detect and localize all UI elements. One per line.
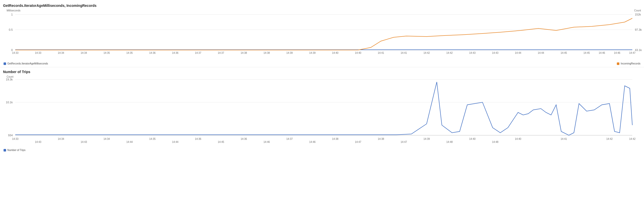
svg-text:14:44: 14:44 (172, 141, 178, 143)
legend-trips-dot (4, 149, 6, 152)
svg-text:14:42: 14:42 (629, 138, 635, 140)
svg-text:14:45: 14:45 (218, 141, 224, 143)
svg-text:152k: 152k (635, 13, 641, 16)
legend-trips-label: Number of Trips (7, 149, 25, 152)
svg-text:14:43: 14:43 (80, 141, 87, 143)
svg-text:14:45: 14:45 (560, 52, 567, 54)
legend-iterator-label: GetRecords.IteratorAgeMilliseconds (7, 62, 48, 65)
legend-trips: Number of Trips (4, 149, 25, 152)
svg-text:14:35: 14:35 (149, 138, 155, 140)
svg-text:14:42: 14:42 (606, 138, 613, 140)
svg-text:14:47: 14:47 (400, 141, 407, 143)
svg-text:14:46: 14:46 (599, 52, 605, 54)
svg-text:0: 0 (11, 48, 13, 52)
svg-text:14:41: 14:41 (400, 52, 407, 54)
svg-text:14:38: 14:38 (240, 52, 247, 54)
legend-incoming-dot (617, 62, 619, 65)
svg-text:14:44: 14:44 (126, 141, 133, 143)
chart1-title: GetRecords.IteratorAgeMilliseconds, Inco… (0, 2, 644, 8)
chart2-legend: Number of Trips (0, 148, 644, 153)
chart1-legend: GetRecords.IteratorAgeMilliseconds Incom… (0, 61, 644, 66)
svg-text:14:38: 14:38 (263, 52, 270, 54)
svg-text:14:34: 14:34 (80, 52, 87, 54)
svg-text:14:36: 14:36 (172, 52, 178, 54)
svg-text:14:38: 14:38 (378, 138, 384, 140)
svg-text:14:40: 14:40 (515, 138, 521, 140)
svg-text:14:38: 14:38 (332, 138, 338, 140)
svg-text:14:44: 14:44 (515, 52, 521, 54)
svg-text:14:41: 14:41 (560, 138, 567, 140)
svg-text:43.1k: 43.1k (635, 48, 642, 52)
svg-text:14:35: 14:35 (103, 52, 110, 54)
chart2-section: Number of Trips Count 19.3k 10.1k 934 14… (0, 68, 644, 153)
svg-text:14:45: 14:45 (583, 52, 590, 54)
svg-text:14:40: 14:40 (332, 52, 338, 54)
svg-text:14:34: 14:34 (58, 52, 64, 54)
svg-text:14:36: 14:36 (195, 138, 201, 140)
svg-text:14:46: 14:46 (263, 141, 270, 143)
svg-text:14:36: 14:36 (240, 138, 247, 140)
svg-text:14:46: 14:46 (309, 141, 315, 143)
svg-text:14:36: 14:36 (149, 52, 155, 54)
svg-text:14:42: 14:42 (446, 52, 453, 54)
svg-text:14:34: 14:34 (58, 138, 64, 140)
svg-text:10.1k: 10.1k (6, 101, 13, 104)
chart2-title: Number of Trips (0, 68, 644, 74)
svg-text:14:48: 14:48 (446, 141, 453, 143)
chart1-svg: 1 0.5 0 152k 97.3k 43.1k 14:33 14:33 14:… (0, 8, 644, 61)
legend-iterator: GetRecords.IteratorAgeMilliseconds (4, 62, 48, 65)
svg-text:14:37: 14:37 (195, 52, 201, 54)
svg-text:14:40: 14:40 (469, 138, 475, 140)
svg-text:14:46: 14:46 (614, 52, 620, 54)
svg-text:19.3k: 19.3k (6, 78, 13, 81)
chart1-section: GetRecords.IteratorAgeMilliseconds, Inco… (0, 2, 644, 66)
svg-text:14:33: 14:33 (12, 138, 18, 140)
svg-text:14:35: 14:35 (126, 52, 133, 54)
svg-text:14:37: 14:37 (218, 52, 224, 54)
svg-text:14:47: 14:47 (355, 141, 361, 143)
svg-text:14:37: 14:37 (286, 138, 293, 140)
chart2-svg: 19.3k 10.1k 934 14:33 14:34 14:34 14:35 … (0, 74, 644, 148)
svg-text:14:42: 14:42 (423, 52, 430, 54)
svg-text:14:43: 14:43 (469, 52, 475, 54)
svg-text:14:39: 14:39 (286, 52, 293, 54)
svg-text:0.5: 0.5 (9, 28, 13, 31)
svg-text:14:44: 14:44 (538, 52, 544, 54)
svg-text:1: 1 (11, 13, 13, 16)
svg-text:97.3k: 97.3k (635, 28, 642, 31)
svg-text:14:33: 14:33 (12, 52, 18, 54)
legend-incoming-label: IncomingRecords (621, 62, 640, 65)
svg-text:14:40: 14:40 (355, 52, 361, 54)
svg-text:14:43: 14:43 (35, 141, 41, 143)
svg-text:14:41: 14:41 (378, 52, 384, 54)
svg-text:934: 934 (8, 134, 13, 137)
svg-text:14:43: 14:43 (492, 52, 498, 54)
svg-text:14:33: 14:33 (35, 52, 41, 54)
svg-text:14:39: 14:39 (423, 138, 430, 140)
legend-incoming: IncomingRecords (617, 62, 640, 65)
svg-text:14:39: 14:39 (309, 52, 315, 54)
legend-iterator-dot (4, 62, 6, 65)
svg-text:14:48: 14:48 (492, 141, 498, 143)
svg-text:14:34: 14:34 (103, 138, 110, 140)
chart-divider (0, 67, 644, 67)
dashboard: GetRecords.IteratorAgeMilliseconds, Inco… (0, 0, 644, 153)
svg-text:14:47: 14:47 (629, 52, 635, 54)
